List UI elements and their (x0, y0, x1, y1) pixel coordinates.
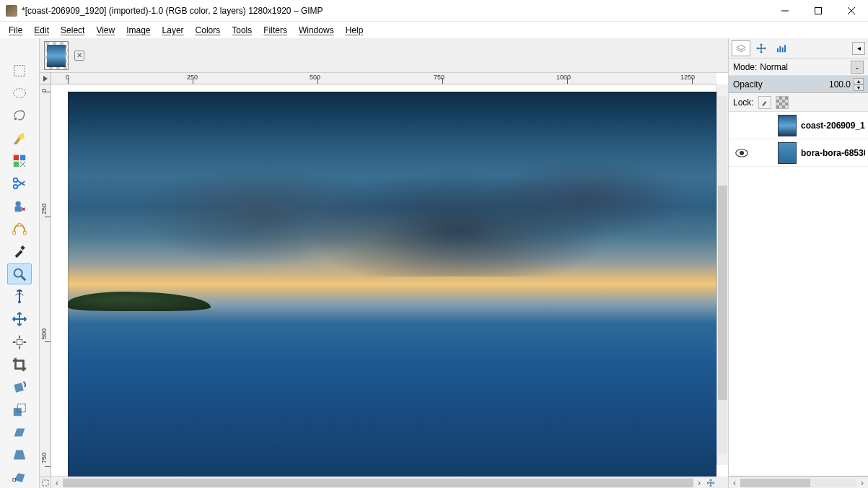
menu-image[interactable]: Image (120, 23, 156, 38)
rectangle-select-tool[interactable] (7, 60, 32, 81)
dock-horizontal-scrollbar[interactable]: ‹ › (729, 476, 868, 488)
dock-menu-button[interactable]: ◂ (852, 42, 865, 55)
unified-transform-tool[interactable] (7, 467, 32, 488)
zoom-tool[interactable] (7, 263, 32, 284)
layer-row[interactable]: coast-206909_1920 (729, 112, 868, 139)
scroll-right-arrow[interactable]: › (856, 478, 868, 488)
layer-name[interactable]: bora-bora-685303 (801, 148, 865, 158)
quick-mask-icon (42, 479, 49, 487)
eye-icon (735, 148, 748, 158)
opacity-row[interactable]: Opacity 100.0 ▲▼ (729, 76, 868, 93)
brush-icon (760, 98, 769, 107)
horizontal-scroll-thumb[interactable] (63, 479, 693, 487)
svg-rect-21 (17, 339, 22, 344)
rotate-tool[interactable] (7, 377, 32, 398)
image-tabs: ✕ (40, 38, 728, 73)
foreground-select-tool[interactable] (7, 196, 32, 217)
scroll-left-arrow[interactable]: ‹ (51, 478, 63, 488)
svg-point-12 (16, 201, 21, 206)
svg-rect-28 (779, 45, 781, 52)
layer-thumbnail (778, 142, 797, 164)
fuzzy-select-tool[interactable] (7, 128, 32, 149)
align-tool[interactable] (7, 331, 32, 352)
ruler-vertical[interactable]: 0 250 500 750 (40, 84, 51, 476)
image-tab-thumb[interactable] (44, 41, 69, 70)
svg-point-20 (18, 300, 21, 303)
menu-help[interactable]: Help (340, 23, 369, 38)
svg-rect-14 (13, 232, 16, 235)
lock-pixels-toggle[interactable] (758, 96, 771, 109)
quick-mask-toggle[interactable] (40, 476, 51, 488)
horizontal-scrollbar[interactable]: ‹ › (51, 476, 705, 488)
image-tab-close[interactable]: ✕ (74, 51, 84, 61)
svg-rect-17 (20, 245, 25, 250)
crop-tool[interactable] (7, 354, 32, 375)
paths-tab[interactable] (772, 40, 791, 56)
menu-tools[interactable]: Tools (226, 23, 258, 38)
menu-edit[interactable]: Edit (28, 23, 55, 38)
layer-visibility-toggle[interactable] (732, 148, 752, 158)
layer-row[interactable]: bora-bora-685303 (729, 139, 868, 167)
vertical-scroll-thumb[interactable] (718, 186, 727, 400)
measure-tool[interactable] (7, 286, 32, 307)
svg-point-11 (14, 178, 18, 183)
lock-alpha-toggle[interactable] (776, 96, 789, 109)
menu-layer[interactable]: Layer (157, 23, 190, 38)
close-button[interactable] (835, 0, 868, 22)
scissors-tool[interactable] (7, 173, 32, 194)
shear-tool[interactable] (7, 422, 32, 443)
svg-rect-8 (20, 155, 25, 160)
dock-tabs: ◂ (729, 38, 868, 58)
svg-rect-27 (777, 48, 779, 52)
color-picker-tool[interactable] (7, 241, 32, 262)
navigate-button[interactable] (705, 476, 716, 488)
scroll-corner (716, 476, 728, 488)
menu-file[interactable]: File (3, 23, 28, 38)
svg-line-19 (22, 276, 26, 280)
image-island (68, 292, 211, 311)
menu-bar: File Edit Select View Image Layer Colors… (0, 22, 868, 38)
app-icon (6, 5, 17, 17)
layer-list: coast-206909_1920 bora-bora-685303 (729, 112, 868, 476)
menu-view[interactable]: View (90, 23, 120, 38)
chevron-right-icon (42, 75, 49, 82)
layer-thumbnail (778, 115, 797, 136)
ruler-origin[interactable] (40, 73, 51, 84)
scroll-right-arrow[interactable]: › (693, 478, 705, 488)
svg-rect-26 (43, 480, 48, 486)
mode-dropdown[interactable]: ⌄ (851, 61, 864, 74)
blend-mode-row: Mode: Normal ⌄ (729, 58, 868, 76)
layers-tab[interactable] (732, 40, 750, 56)
image-window: ✕ 0 250 500 750 1000 1250 0 (40, 38, 728, 488)
paths-tool[interactable] (7, 218, 32, 239)
svg-rect-13 (15, 206, 22, 212)
maximize-button[interactable] (802, 0, 835, 22)
minimize-button[interactable] (768, 0, 802, 22)
image-clouds (68, 123, 716, 276)
menu-windows[interactable]: Windows (293, 23, 340, 38)
svg-rect-29 (782, 47, 784, 52)
ruler-horizontal[interactable]: 0 250 500 750 1000 1250 (51, 73, 716, 84)
canvas-viewport[interactable] (51, 84, 716, 476)
vertical-scrollbar[interactable] (716, 84, 728, 465)
by-color-select-tool[interactable] (7, 150, 32, 171)
perspective-tool[interactable] (7, 444, 32, 465)
toolbox (0, 38, 40, 488)
channels-tab[interactable] (752, 40, 771, 56)
menu-colors[interactable]: Colors (190, 23, 227, 38)
free-select-tool[interactable] (7, 105, 32, 126)
svg-rect-22 (14, 383, 23, 392)
canvas-image (68, 92, 716, 476)
menu-filters[interactable]: Filters (258, 23, 293, 38)
mode-value: Normal (757, 62, 851, 72)
move-tool[interactable] (7, 309, 32, 330)
svg-point-18 (14, 269, 22, 276)
scroll-left-arrow[interactable]: ‹ (729, 478, 740, 488)
scale-tool[interactable] (7, 399, 32, 420)
ellipse-select-tool[interactable] (7, 82, 32, 103)
layers-icon (735, 43, 747, 54)
dock-scroll-thumb[interactable] (740, 479, 810, 487)
layer-name[interactable]: coast-206909_1920 (801, 121, 865, 131)
menu-select[interactable]: Select (55, 23, 90, 38)
opacity-spinner[interactable]: ▲▼ (854, 78, 864, 91)
